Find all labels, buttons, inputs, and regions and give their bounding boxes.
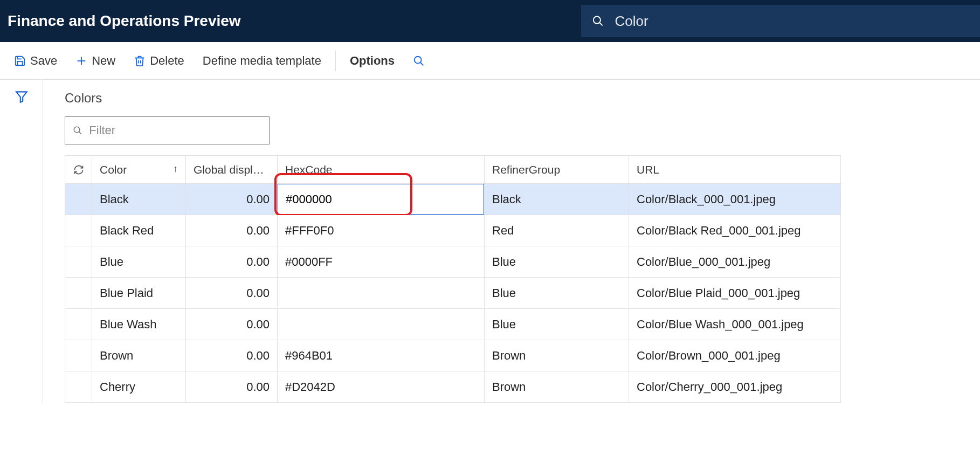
- grid-filter[interactable]: [65, 116, 270, 144]
- table-row[interactable]: Brown0.00#964B01BrownColor/Brown_000_001…: [65, 340, 841, 371]
- cell-refiner[interactable]: Brown: [485, 340, 629, 371]
- table-row[interactable]: Black0.00BlackColor/Black_000_001.jpeg: [65, 184, 841, 215]
- table-row[interactable]: Blue0.00#0000FFBlueColor/Blue_000_001.jp…: [65, 246, 841, 278]
- cell-color[interactable]: Cherry: [92, 371, 186, 403]
- svg-point-0: [593, 17, 601, 24]
- search-icon: [592, 15, 604, 27]
- cell-url[interactable]: Color/Blue Wash_000_001.jpeg: [629, 309, 841, 340]
- row-indicator: [65, 215, 92, 246]
- column-header-hexcode[interactable]: HexCode: [278, 156, 485, 184]
- toolbar-search-button[interactable]: [405, 51, 432, 71]
- hexcode-text: #FFF0F0: [278, 224, 484, 238]
- table-row[interactable]: Cherry0.00#D2042DBrownColor/Cherry_000_0…: [65, 371, 841, 403]
- sort-asc-icon: ↑: [173, 163, 178, 175]
- row-indicator: [65, 278, 92, 309]
- column-header-url[interactable]: URL: [629, 156, 841, 184]
- svg-marker-6: [16, 92, 27, 102]
- cell-hexcode[interactable]: [278, 309, 485, 340]
- save-label: Save: [30, 54, 57, 68]
- cell-url[interactable]: Color/Brown_000_001.jpeg: [629, 340, 841, 371]
- action-toolbar: Save New Delete Define media template Op…: [0, 42, 980, 80]
- cell-refiner[interactable]: Red: [485, 215, 629, 246]
- global-search[interactable]: [581, 5, 980, 37]
- cell-refiner[interactable]: Brown: [485, 371, 629, 403]
- cell-hexcode[interactable]: [278, 278, 485, 309]
- cell-hexcode[interactable]: #0000FF: [278, 246, 485, 278]
- cell-color[interactable]: Blue Wash: [92, 309, 186, 340]
- svg-point-4: [415, 56, 422, 63]
- search-icon: [413, 55, 425, 67]
- app-title: Finance and Operations Preview: [8, 12, 241, 30]
- svg-line-1: [599, 23, 603, 26]
- page-heading: Colors: [65, 91, 980, 106]
- cell-refiner[interactable]: Blue: [485, 278, 629, 309]
- delete-label: Delete: [150, 54, 184, 68]
- hexcode-text: #964B01: [278, 349, 484, 363]
- cell-hexcode[interactable]: #FFF0F0: [278, 215, 485, 246]
- cell-color[interactable]: Black Red: [92, 215, 186, 246]
- table-row[interactable]: Blue Wash0.00BlueColor/Blue Wash_000_001…: [65, 309, 841, 340]
- filter-pane-button[interactable]: [15, 89, 29, 403]
- cell-url[interactable]: Color/Black Red_000_001.jpeg: [629, 215, 841, 246]
- column-header-global-display[interactable]: Global display ...: [186, 156, 278, 184]
- plus-icon: [75, 55, 87, 67]
- hexcode-text: #0000FF: [278, 255, 484, 269]
- table-row[interactable]: Blue Plaid0.00BlueColor/Blue Plaid_000_0…: [65, 278, 841, 309]
- cell-global-display[interactable]: 0.00: [186, 184, 278, 215]
- svg-line-5: [420, 62, 424, 65]
- search-icon: [73, 125, 82, 136]
- define-media-label: Define media template: [203, 54, 321, 68]
- svg-point-7: [74, 127, 80, 133]
- save-button[interactable]: Save: [6, 50, 65, 72]
- cell-hexcode[interactable]: #D2042D: [278, 371, 485, 403]
- svg-line-8: [79, 132, 81, 134]
- row-indicator: [65, 246, 92, 278]
- cell-global-display[interactable]: 0.00: [186, 371, 278, 403]
- body-wrap: Colors Color ↑ Global display ... HexCod…: [0, 80, 980, 403]
- delete-button[interactable]: Delete: [126, 50, 192, 72]
- cell-color[interactable]: Blue: [92, 246, 186, 278]
- save-icon: [14, 55, 26, 67]
- colors-grid: Color ↑ Global display ... HexCode Refin…: [65, 155, 841, 403]
- column-header-color-label: Color: [100, 163, 127, 176]
- hexcode-input[interactable]: [278, 184, 413, 214]
- row-indicator: [65, 309, 92, 340]
- new-button[interactable]: New: [68, 50, 123, 72]
- define-media-template-button[interactable]: Define media template: [195, 50, 329, 72]
- global-search-input[interactable]: [615, 13, 969, 30]
- row-indicator: [65, 340, 92, 371]
- funnel-icon: [15, 89, 29, 104]
- trash-icon: [134, 55, 146, 67]
- toolbar-separator: [335, 51, 336, 71]
- hexcode-text: #D2042D: [278, 380, 484, 394]
- options-button[interactable]: Options: [342, 50, 402, 72]
- grid-filter-input[interactable]: [89, 123, 261, 137]
- cell-color[interactable]: Blue Plaid: [92, 278, 186, 309]
- new-label: New: [92, 54, 115, 68]
- cell-global-display[interactable]: 0.00: [186, 278, 278, 309]
- cell-url[interactable]: Color/Blue_000_001.jpeg: [629, 246, 841, 278]
- refresh-icon: [73, 164, 84, 175]
- cell-url[interactable]: Color/Cherry_000_001.jpeg: [629, 371, 841, 403]
- cell-global-display[interactable]: 0.00: [186, 246, 278, 278]
- row-indicator: [65, 371, 92, 403]
- cell-url[interactable]: Color/Black_000_001.jpeg: [629, 184, 841, 215]
- cell-refiner[interactable]: Black: [485, 184, 629, 215]
- grid-refresh-header[interactable]: [65, 156, 92, 184]
- cell-global-display[interactable]: 0.00: [186, 309, 278, 340]
- cell-hexcode[interactable]: [278, 184, 485, 215]
- cell-color[interactable]: Brown: [92, 340, 186, 371]
- column-header-refiner[interactable]: RefinerGroup: [485, 156, 629, 184]
- cell-global-display[interactable]: 0.00: [186, 340, 278, 371]
- main-area: Colors Color ↑ Global display ... HexCod…: [43, 80, 980, 403]
- cell-refiner[interactable]: Blue: [485, 246, 629, 278]
- table-row[interactable]: Black Red0.00#FFF0F0RedColor/Black Red_0…: [65, 215, 841, 246]
- row-indicator: [65, 184, 92, 215]
- options-label: Options: [350, 54, 395, 68]
- column-header-color[interactable]: Color ↑: [92, 156, 186, 184]
- cell-color[interactable]: Black: [92, 184, 186, 215]
- cell-global-display[interactable]: 0.00: [186, 215, 278, 246]
- cell-url[interactable]: Color/Blue Plaid_000_001.jpeg: [629, 278, 841, 309]
- cell-refiner[interactable]: Blue: [485, 309, 629, 340]
- cell-hexcode[interactable]: #964B01: [278, 340, 485, 371]
